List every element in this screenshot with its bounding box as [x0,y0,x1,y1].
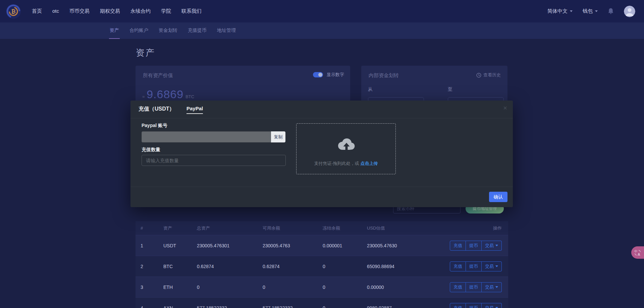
trade-dropdown-button[interactable]: 交易 [482,241,502,251]
nav-item-otc[interactable]: otc [52,8,59,14]
click-to-upload-link[interactable]: 点击上传 [360,161,378,166]
table-row-eth: 3 ETH 0 0 0 0.00000 充值 提币 交易 [136,276,508,297]
subnav-item-assets[interactable]: 资产 [109,22,120,39]
user-avatar[interactable] [624,6,635,17]
cell-index: 2 [141,264,163,269]
cell-usd: 65090.88694 [367,264,426,269]
subnav-item-deposit-withdraw[interactable]: 充值提币 [187,22,207,39]
tab-paypal[interactable]: PayPal [186,106,203,114]
chevron-down-icon [495,245,498,246]
withdraw-button[interactable]: 提币 [466,241,482,251]
svg-text:A: A [638,252,640,256]
cell-usd: 230005.47630 [367,243,426,248]
cell-asset: USDT [163,243,197,248]
withdraw-button[interactable]: 提币 [466,282,482,292]
cell-available: 577.18522332 [263,305,323,308]
nav-item-academy[interactable]: 学院 [161,8,171,14]
paypal-account-group: 复制 [142,131,297,142]
subnav-item-address-management[interactable]: 地址管理 [216,22,236,39]
row-actions: 充值 提币 交易 [450,241,502,251]
subnav-item-contract-account[interactable]: 合约账户 [129,22,149,39]
cell-available: 0 [263,285,323,290]
table-row-btc: 2 BTC 0.62874 0.62874 0 65090.88694 充值 提… [136,256,508,276]
top-navbar: ₿ 首页 otc 币币交易 期权交易 永续合约 学院 联系我们 简体中文 钱包 [0,0,644,22]
approx-symbol: ≈ [142,94,145,99]
withdraw-button[interactable]: 提币 [466,261,482,271]
cell-asset: ETH [163,285,197,290]
brand-logo-icon[interactable]: ₿ [6,4,21,19]
confirm-button[interactable]: 确认 [489,192,507,202]
deposit-button[interactable]: 充值 [450,282,466,292]
upload-caption: 支付凭证-拖到此处，或 点击上传 [297,161,395,167]
cell-index: 1 [141,243,163,248]
table-row-axn: 4 AXN 577.18522332 577.18522332 0 9980.0… [136,297,508,308]
btc-unit-label: BTC [185,94,194,99]
modal-title: 充值（USDT） [139,106,175,113]
nav-item-contact[interactable]: 联系我们 [181,8,202,14]
language-dropdown[interactable]: 简体中文 [547,8,573,14]
cell-frozen: 0 [323,285,367,290]
main-nav: 首页 otc 币币交易 期权交易 永续合约 学院 联系我们 [32,8,202,14]
chevron-down-icon [570,10,573,12]
chevron-down-icon [495,265,498,267]
trade-dropdown-button[interactable]: 交易 [482,282,502,292]
cloud-upload-icon [336,137,357,153]
cell-asset: AXN [163,305,197,308]
cell-frozen: 0 [323,264,367,269]
nav-item-options-trade[interactable]: 期权交易 [100,8,120,14]
payment-proof-dropzone[interactable]: 支付凭证-拖到此处，或 点击上传 [296,123,396,174]
deposit-button[interactable]: 充值 [450,241,466,251]
cell-usd: 9980.02887 [367,305,426,308]
cell-index: 3 [141,285,163,290]
nav-item-spot-trade[interactable]: 币币交易 [69,8,90,14]
page-title: 资产 [136,47,155,59]
deposit-amount-input[interactable] [142,155,286,166]
paypal-deposit-modal: 充值（USDT） PayPal × Paypal 账号 复制 充值数量 [130,101,513,207]
asset-subnav: 资产 合约账户 资金划转 充值提币 地址管理 [0,22,644,39]
chevron-down-icon [595,10,598,12]
cell-usd: 0.00000 [367,285,426,290]
row-actions: 充值 提币 交易 [450,303,502,308]
trade-dropdown-button[interactable]: 交易 [482,303,502,308]
modal-header: 充值（USDT） PayPal × [130,101,513,118]
svg-text:中: 中 [634,249,638,253]
nav-item-perpetual[interactable]: 永续合约 [130,8,151,14]
paypal-account-input[interactable] [142,131,271,142]
clock-icon [476,73,481,78]
cell-total: 577.18522332 [197,305,263,308]
bell-icon[interactable] [608,8,614,15]
subnav-item-fund-transfer[interactable]: 资金划转 [158,22,178,39]
deposit-button[interactable]: 充值 [450,303,466,308]
nav-item-home[interactable]: 首页 [32,8,42,14]
toggle-knob [318,73,322,77]
wallet-label: 钱包 [583,8,593,14]
cell-available: 230005.4763 [263,243,323,248]
topnav-right: 简体中文 钱包 [547,6,637,17]
cell-available: 0.62874 [263,264,323,269]
cell-total: 0 [197,285,263,290]
withdraw-button[interactable]: 提币 [466,303,482,308]
deposit-amount-label: 充值数量 [142,147,160,153]
show-numbers-toggle[interactable] [313,72,323,77]
deposit-button[interactable]: 充值 [450,261,466,271]
asset-value-card-title: 所有资产价值 [143,72,173,79]
view-history-button[interactable]: 查看历史 [476,72,501,78]
svg-text:₿: ₿ [11,9,15,14]
assets-table-header: # 资产 总资产 可用余额 冻结余额 USD估值 操作 [136,221,508,235]
col-available: 可用余额 [263,225,323,231]
view-history-label: 查看历史 [483,72,501,78]
row-actions: 充值 提币 交易 [450,261,502,271]
modal-footer: 确认 [130,187,513,207]
row-actions: 充值 提币 交易 [450,282,502,292]
cell-asset: BTC [163,264,197,269]
col-index: # [141,226,163,231]
translate-icon[interactable]: 中 A [631,246,644,259]
paypal-account-label: Paypal 账号 [142,123,167,129]
cell-frozen: 0 [323,305,367,308]
copy-button[interactable]: 复制 [271,131,285,142]
wallet-dropdown[interactable]: 钱包 [583,8,598,14]
transfer-from-label: 从 [368,86,373,93]
total-btc-value: 9.6869 [147,88,183,101]
trade-dropdown-button[interactable]: 交易 [482,261,502,271]
close-icon[interactable]: × [503,105,507,111]
